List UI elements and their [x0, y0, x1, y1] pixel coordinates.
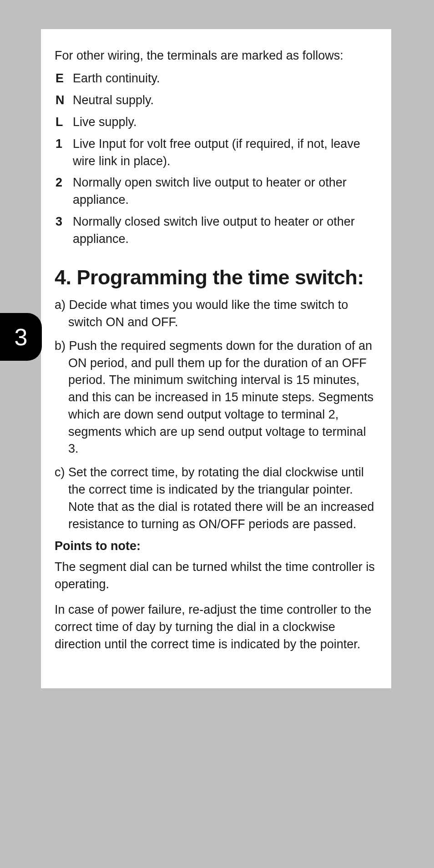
terminal-desc: Normally closed switch live output to he…	[73, 213, 378, 248]
terminal-item: L Live supply.	[55, 114, 378, 131]
note-text: In case of power failure, re-adjust the …	[55, 601, 378, 653]
terminal-desc: Normally open switch live output to heat…	[73, 174, 378, 209]
page-number-tab: 3	[0, 313, 42, 361]
terminal-label: 2	[55, 174, 73, 209]
terminal-label: L	[55, 114, 73, 131]
terminal-item: 2 Normally open switch live output to he…	[55, 174, 378, 209]
intro-text: For other wiring, the terminals are mark…	[55, 47, 378, 64]
terminal-item: N Neutral supply.	[55, 92, 378, 109]
terminal-desc: Live Input for volt free output (if requ…	[73, 136, 378, 170]
terminal-item: E Earth continuity.	[55, 70, 378, 87]
terminal-desc: Live supply.	[73, 114, 378, 131]
terminal-item: 3 Normally closed switch live output to …	[55, 213, 378, 248]
terminal-desc: Earth continuity.	[73, 70, 378, 87]
step-item: a) Decide what times you would like the …	[55, 297, 378, 331]
terminal-desc: Neutral supply.	[73, 92, 378, 109]
page-number: 3	[15, 323, 28, 351]
section-heading: 4. Programming the time switch:	[55, 266, 378, 289]
note-text: The segment dial can be turned whilst th…	[55, 559, 378, 593]
terminal-label: 1	[55, 136, 73, 170]
document-page: For other wiring, the terminals are mark…	[41, 29, 391, 688]
terminal-item: 1 Live Input for volt free output (if re…	[55, 136, 378, 170]
step-item: c) Set the correct time, by rotating the…	[55, 464, 378, 533]
terminal-list: E Earth continuity. N Neutral supply. L …	[55, 70, 378, 247]
step-list: a) Decide what times you would like the …	[55, 297, 378, 533]
terminal-label: 3	[55, 213, 73, 248]
step-item: b) Push the required segments down for t…	[55, 338, 378, 458]
terminal-label: E	[55, 70, 73, 87]
points-to-note-heading: Points to note:	[55, 539, 378, 553]
terminal-label: N	[55, 92, 73, 109]
